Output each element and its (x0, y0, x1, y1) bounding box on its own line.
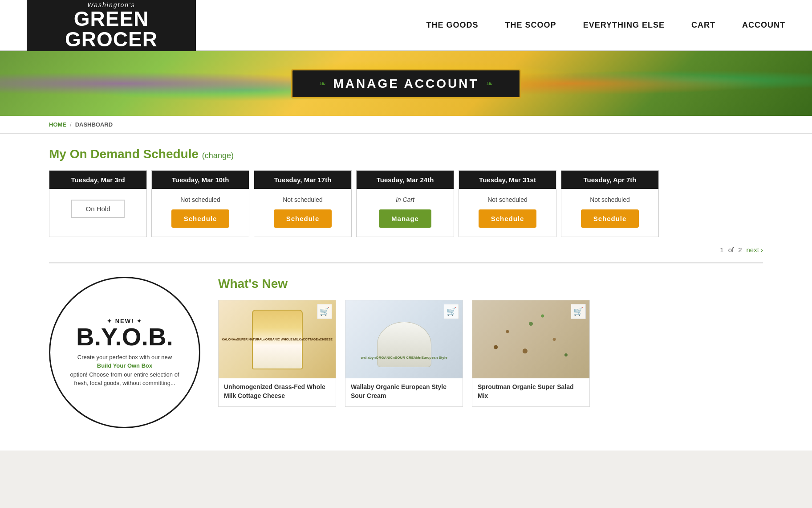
product-card-1-image: 🛒 (219, 300, 336, 378)
hero-title: MANAGE ACCOUNT (333, 77, 479, 91)
schedule-card-5-date: Tuesday, Mar 31st (459, 171, 556, 189)
breadcrumb-separator: / (70, 121, 72, 128)
schedule-card-3-status: Not scheduled (283, 196, 323, 203)
schedule-card-6-date: Tuesday, Apr 7th (561, 171, 658, 189)
product-card-2-cart-icon[interactable]: 🛒 (444, 304, 459, 319)
nav-goods[interactable]: THE GOODS (426, 20, 479, 30)
schedule-card-4-body: In Cart Manage (357, 189, 454, 237)
schedule-card-6-body: Not scheduled Schedule (561, 189, 658, 237)
product-card-3-image: 🛒 (472, 300, 589, 378)
schedule-card-2-body: Not scheduled Schedule (152, 189, 249, 237)
schedule-card-2: Tuesday, Mar 10th Not scheduled Schedule (151, 170, 249, 237)
schedule-card-3-button[interactable]: Schedule (274, 209, 332, 228)
schedule-card-1-body: On Hold (49, 189, 146, 234)
schedule-card-2-status: Not scheduled (180, 196, 220, 203)
schedule-card-6-button[interactable]: Schedule (581, 209, 639, 228)
schedule-card-2-button[interactable]: Schedule (171, 209, 230, 228)
product-card-1-name: Unhomogenized Grass-Fed Whole Milk Cotta… (219, 378, 336, 406)
schedule-card-6-status: Not scheduled (590, 196, 630, 203)
hero-deco-right: ❧ (486, 79, 493, 89)
byob-promo: ✦ NEW! ✦ B.Y.O.B. Create your perfect bo… (49, 277, 200, 428)
schedule-card-3-body: Not scheduled Schedule (254, 189, 351, 237)
breadcrumb-current: DASHBOARD (75, 121, 113, 128)
schedule-card-1-date: Tuesday, Mar 3rd (49, 171, 146, 189)
byob-link[interactable]: Build Your Own Box (97, 362, 152, 369)
schedule-card-3: Tuesday, Mar 17th Not scheduled Schedule (254, 170, 352, 237)
schedule-title: My On Demand Schedule (change) (49, 147, 763, 161)
change-schedule-link[interactable]: (change) (202, 151, 234, 160)
breadcrumb: HOME / DASHBOARD (0, 116, 812, 134)
products-grid: 🛒 Unhomogenized Grass-Fed Whole Milk Cot… (218, 300, 763, 407)
nav-cart[interactable]: CART (691, 20, 715, 30)
pagination-current: 1 (720, 246, 723, 254)
product-card-2: 🛒 Wallaby Organic European Style Sour Cr… (345, 300, 463, 407)
schedule-card-4: Tuesday, Mar 24th In Cart Manage (356, 170, 454, 237)
schedule-card-4-button[interactable]: Manage (379, 209, 431, 228)
product-card-1-cart-icon[interactable]: 🛒 (317, 304, 332, 319)
on-hold-label: On Hold (71, 200, 124, 218)
pagination-label: of (728, 246, 734, 254)
hero-banner: ❧ MANAGE ACCOUNT ❧ (0, 51, 812, 116)
whats-new-section: ✦ NEW! ✦ B.Y.O.B. Create your perfect bo… (49, 277, 763, 428)
logo-main: GREEN GROCER (39, 8, 183, 49)
product-card-3: 🛒 Sproutman Organic Super Salad Mix (472, 300, 590, 407)
main-content: My On Demand Schedule (change) Tuesday, … (0, 134, 812, 451)
schedule-card-4-status: In Cart (396, 196, 414, 203)
schedule-card-4-date: Tuesday, Mar 24th (357, 171, 454, 189)
nav-account[interactable]: ACCOUNT (742, 20, 785, 30)
main-nav: THE GOODS THE SCOOP EVERYTHING ELSE CART… (426, 20, 785, 30)
header: Washington's GREEN GROCER THE GOODS THE … (0, 0, 812, 51)
byob-description: Create your perfect box with our new Bui… (64, 353, 186, 388)
schedule-card-5: Tuesday, Mar 31st Not scheduled Schedule (459, 170, 556, 237)
schedule-card-6: Tuesday, Apr 7th Not scheduled Schedule (561, 170, 659, 237)
nav-scoop[interactable]: THE SCOOP (505, 20, 556, 30)
schedule-card-3-date: Tuesday, Mar 17th (254, 171, 351, 189)
byob-title: B.Y.O.B. (76, 324, 173, 349)
hero-title-box: ❧ MANAGE ACCOUNT ❧ (291, 69, 520, 98)
schedule-section: My On Demand Schedule (change) Tuesday, … (49, 147, 763, 254)
product-card-3-name: Sproutman Organic Super Salad Mix (472, 378, 589, 406)
schedule-card-5-button[interactable]: Schedule (479, 209, 537, 228)
product-card-1: 🛒 Unhomogenized Grass-Fed Whole Milk Cot… (218, 300, 336, 407)
breadcrumb-home-link[interactable]: HOME (49, 121, 66, 128)
schedule-card-1: Tuesday, Mar 3rd On Hold (49, 170, 147, 237)
schedule-card-2-date: Tuesday, Mar 10th (152, 171, 249, 189)
logo-box: Washington's GREEN GROCER (27, 0, 196, 56)
pagination-next[interactable]: next › (746, 246, 763, 254)
pagination: 1 of 2 next › (49, 246, 763, 254)
product-card-3-cart-icon[interactable]: 🛒 (571, 304, 586, 319)
hero-deco-left: ❧ (319, 79, 326, 89)
whats-new-title: What's New (218, 277, 763, 291)
schedule-grid: Tuesday, Mar 3rd On Hold Tuesday, Mar 10… (49, 170, 763, 237)
product-card-2-image: 🛒 (345, 300, 463, 378)
logo-area: Washington's GREEN GROCER (27, 0, 196, 56)
section-divider (49, 262, 763, 263)
pagination-total: 2 (738, 246, 742, 254)
schedule-card-5-body: Not scheduled Schedule (459, 189, 556, 237)
whats-new-right: What's New 🛒 Unhomogenized Grass-Fed Who… (218, 277, 763, 407)
nav-everything[interactable]: EVERYTHING ELSE (583, 20, 665, 30)
schedule-card-5-status: Not scheduled (487, 196, 528, 203)
product-card-2-name: Wallaby Organic European Style Sour Crea… (345, 378, 463, 406)
